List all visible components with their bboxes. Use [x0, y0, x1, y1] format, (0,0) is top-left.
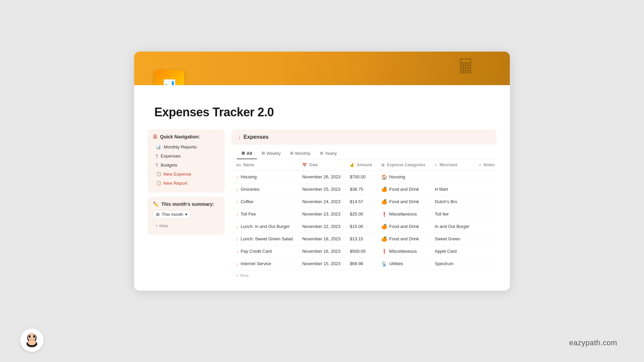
col-date-icon: 📅 — [302, 163, 307, 167]
svg-point-7 — [28, 340, 36, 345]
new-summary-item-button[interactable]: + New — [153, 221, 219, 230]
main-content: ☰ Quick Navigation: 📊 Monthly Reports ¶ … — [134, 126, 510, 291]
table-row[interactable]: ↓ Toll Fee November 23, 2023 $25.00 ❗ Mi… — [231, 208, 496, 220]
col-name-icon: Aa — [236, 163, 241, 167]
new-report-button[interactable]: 📋 New Report — [153, 179, 219, 187]
new-expense-icon: 📋 — [156, 172, 161, 176]
category-icon-7: 📡 — [381, 261, 387, 266]
new-report-icon: 📋 — [156, 181, 161, 185]
new-expense-button[interactable]: 📋 New Expense — [153, 170, 219, 178]
col-notes: ≡ Notes — [474, 159, 496, 171]
cell-category-5: 🍊 Food and Drink — [377, 233, 430, 245]
quick-nav-title: ☰ Quick Navigation: — [153, 134, 219, 139]
sidebar-item-expenses[interactable]: ¶ Expenses — [153, 152, 219, 160]
cell-merchant-0 — [430, 171, 474, 183]
cell-merchant-5: Sweet Green — [430, 233, 474, 245]
cell-category-2: 🍊 Food and Drink — [377, 195, 430, 208]
cell-name-3: ↓ Toll Fee — [231, 208, 298, 220]
new-expense-row-button[interactable]: + New — [231, 270, 496, 281]
budgets-icon: ¶ — [156, 163, 158, 168]
expenses-panel: ↓ Expenses ⊞ All ⊞ Weekly ⊞ Month — [231, 129, 496, 281]
cell-amount-2: $14.57 — [345, 195, 377, 208]
cell-notes-6 — [474, 245, 496, 257]
cell-notes-1 — [474, 183, 496, 195]
tab-weekly[interactable]: ⊞ Weekly — [257, 148, 285, 159]
col-category-icon: ⊞ — [381, 163, 384, 167]
sidebar-item-budgets[interactable]: ¶ Budgets — [153, 161, 219, 169]
page-title: Expenses Tracker 2.0 — [154, 105, 490, 119]
cell-notes-5 — [474, 233, 496, 245]
category-icon-6: ❗ — [381, 249, 387, 254]
cell-merchant-7: Spectrum — [430, 257, 474, 270]
avatar-svg — [23, 331, 41, 350]
cell-name-1: ↓ Groceries — [231, 183, 298, 195]
expenses-table: Aa Name 📅 Date 💰 Amount — [231, 159, 496, 270]
cell-merchant-6: Apple Card — [430, 245, 474, 257]
col-merchant: ≡ Merchant — [430, 159, 474, 171]
cell-name-0: ↓ Housing — [231, 171, 298, 183]
cell-category-6: ❗ Miscellaneous — [377, 245, 430, 257]
page-title-area: Expenses Tracker 2.0 — [134, 85, 510, 126]
table-row[interactable]: ↓ Lunch: Sweet Green Salad November 18, … — [231, 233, 496, 245]
cell-amount-3: $25.00 — [345, 208, 377, 220]
tab-yearly[interactable]: ⊞ Yearly — [315, 148, 342, 159]
table-row[interactable]: ↓ Coffee November 24, 2023 $14.57 🍊 Food… — [231, 195, 496, 208]
cell-date-5: November 18, 2023 — [298, 233, 345, 245]
watermark-text: eazypath.com — [569, 339, 617, 347]
expenses-header: ↓ Expenses — [231, 129, 496, 145]
cell-name-7: ↓ Internet Service — [231, 257, 298, 270]
tab-all-icon: ⊞ — [241, 151, 245, 156]
tabs-row: ⊞ All ⊞ Weekly ⊞ Monthly ⊞ Yearly — [231, 145, 496, 159]
table-row[interactable]: ↓ Pay Credit Card November 16, 2023 $500… — [231, 245, 496, 257]
summary-section: ✏️ This month's summary: ⊞ This month ▾ … — [148, 197, 225, 235]
col-name: Aa Name — [231, 159, 298, 171]
category-icon-5: 🍊 — [381, 236, 387, 242]
col-amount-icon: 💰 — [350, 163, 355, 167]
expenses-table-area: ⊞ All ⊞ Weekly ⊞ Monthly ⊞ Yearly — [231, 145, 496, 281]
expense-arrow-2: ↓ — [236, 199, 238, 204]
expense-arrow-6: ↓ — [236, 249, 238, 254]
cell-merchant-4: In and Out Burger — [430, 220, 474, 233]
chevron-down-icon: ▾ — [185, 212, 187, 217]
cell-amount-0: $700.00 — [345, 171, 377, 183]
avatar — [20, 328, 44, 352]
expense-arrow-4: ↓ — [236, 224, 238, 229]
cell-category-0: 🏠 Housing — [377, 171, 430, 183]
tab-yearly-icon: ⊞ — [320, 151, 323, 156]
table-row[interactable]: ↓ Housing November 26, 2023 $700.00 🏠 Ho… — [231, 171, 496, 183]
avatar-watermark — [20, 328, 44, 352]
cell-merchant-2: Dutch's Bro — [430, 195, 474, 208]
cell-merchant-1: H Mart — [430, 183, 474, 195]
sidebar: ☰ Quick Navigation: 📊 Monthly Reports ¶ … — [148, 129, 225, 281]
cell-name-5: ↓ Lunch: Sweet Green Salad — [231, 233, 298, 245]
cell-date-1: November 25, 2023 — [298, 183, 345, 195]
table-row[interactable]: ↓ Lunch: In and Out Burger November 22, … — [231, 220, 496, 233]
col-date: 📅 Date — [298, 159, 345, 171]
tab-weekly-icon: ⊞ — [262, 151, 265, 156]
expense-arrow-3: ↓ — [236, 212, 238, 217]
cell-category-1: 🍊 Food and Drink — [377, 183, 430, 195]
expense-arrow-0: ↓ — [236, 174, 238, 179]
category-icon-0: 🏠 — [381, 174, 387, 180]
tab-monthly[interactable]: ⊞ Monthly — [285, 148, 315, 159]
cell-notes-4 — [474, 220, 496, 233]
table-header-row: Aa Name 📅 Date 💰 Amount — [231, 159, 496, 171]
expenses-icon: ¶ — [156, 154, 158, 159]
tab-all[interactable]: ⊞ All — [237, 148, 257, 159]
month-selector[interactable]: ⊞ This month ▾ — [153, 210, 191, 219]
cell-category-3: ❗ Miscellaneous — [377, 208, 430, 220]
col-merchant-icon: ≡ — [435, 163, 437, 167]
category-icon-4: 🍊 — [381, 224, 387, 229]
sidebar-item-monthly-reports[interactable]: 📊 Monthly Reports — [153, 143, 219, 151]
table-row[interactable]: ↓ Internet Service November 15, 2023 $69… — [231, 257, 496, 270]
app-icon: 📊 — [154, 70, 184, 85]
cell-date-0: November 26, 2023 — [298, 171, 345, 183]
cell-name-2: ↓ Coffee — [231, 195, 298, 208]
cell-date-6: November 16, 2023 — [298, 245, 345, 257]
cell-amount-5: $13.15 — [345, 233, 377, 245]
table-row[interactable]: ↓ Groceries November 25, 2023 $38.75 🍊 F… — [231, 183, 496, 195]
cell-notes-0 — [474, 171, 496, 183]
cell-amount-7: $69.98 — [345, 257, 377, 270]
cell-name-6: ↓ Pay Credit Card — [231, 245, 298, 257]
svg-point-4 — [29, 336, 30, 338]
